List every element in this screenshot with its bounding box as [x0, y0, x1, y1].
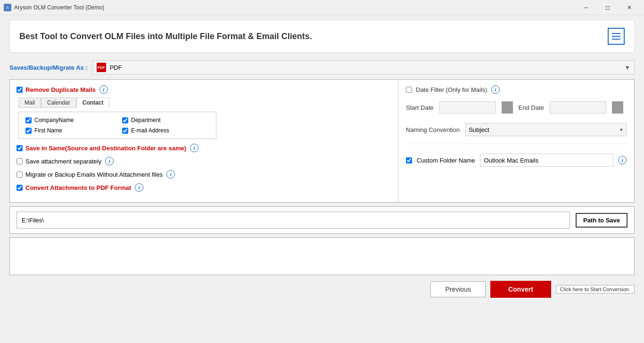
- minimize-button[interactable]: ─: [575, 0, 597, 15]
- first-name-label: First Name: [34, 127, 62, 134]
- end-date-input[interactable]: [550, 101, 606, 114]
- remove-duplicate-section: Remove Duplicate Mails i: [17, 85, 391, 94]
- save-attachment-row: Save attachment separately i: [17, 157, 391, 165]
- close-button[interactable]: ✕: [619, 0, 640, 15]
- app-title: Aryson OLM Converter Tool (Demo): [14, 4, 104, 11]
- title-bar-left: A Aryson OLM Converter Tool (Demo): [4, 4, 104, 11]
- migrate-backup-row: Migrate or Backup Emails Without Attachm…: [17, 170, 391, 179]
- remove-duplicate-checkbox-label[interactable]: Remove Duplicate Mails: [17, 86, 96, 93]
- convert-attachments-text: Convert Attachments to PDF Format: [25, 184, 131, 191]
- convert-attachments-row: Convert Attachments to PDF Format i: [17, 183, 391, 192]
- save-attachment-text: Save attachment separately: [25, 158, 101, 165]
- naming-convention-select[interactable]: Subject Date From To: [465, 123, 627, 136]
- field-company-name: CompanyName: [25, 117, 113, 123]
- path-input[interactable]: [17, 212, 570, 229]
- header-banner: Best Tool to Convert OLM Files into Mult…: [9, 20, 635, 53]
- start-date-label: Start Date: [406, 104, 434, 111]
- convert-attachments-checkbox[interactable]: [17, 185, 23, 191]
- bottom-bar: Previous Convert Click here to Start Con…: [9, 279, 635, 300]
- save-attachment-info-icon[interactable]: i: [105, 157, 114, 165]
- custom-folder-row: Custom Folder Name i: [406, 154, 627, 167]
- date-filter-label: Date Filter (Only for Mails): [416, 86, 487, 93]
- left-panel: Remove Duplicate Mails i Mail Calendar C…: [10, 80, 398, 202]
- naming-convention-row: Naming Convention Subject Date From To: [406, 123, 627, 144]
- app-icon: A: [4, 4, 11, 11]
- date-filter-checkbox[interactable]: [406, 87, 412, 93]
- department-checkbox[interactable]: [122, 117, 128, 123]
- title-bar: A Aryson OLM Converter Tool (Demo) ─ ◻ ✕: [0, 0, 644, 15]
- end-date-label: End Date: [519, 104, 544, 111]
- window-controls: ─ ◻ ✕: [575, 0, 640, 15]
- end-date-calendar-button[interactable]: [612, 101, 623, 114]
- restore-button[interactable]: ◻: [597, 0, 619, 15]
- tab-calendar[interactable]: Calendar: [41, 98, 76, 108]
- save-as-label: Saves/Backup/Migrate As :: [9, 64, 88, 71]
- click-here-bar: Click here to Start Conversion.: [556, 285, 635, 294]
- path-to-save-button[interactable]: Path to Save: [576, 213, 627, 228]
- custom-folder-info-icon[interactable]: i: [618, 156, 627, 164]
- date-filter-info-icon[interactable]: i: [491, 85, 500, 94]
- naming-convention-label: Naming Convention: [406, 126, 460, 133]
- save-in-same-text: Save in Same(Source and Destination Fold…: [25, 145, 186, 152]
- migrate-backup-text: Migrate or Backup Emails Without Attachm…: [25, 171, 163, 178]
- migrate-backup-info-icon[interactable]: i: [166, 170, 175, 179]
- convert-attachments-label[interactable]: Convert Attachments to PDF Format: [17, 184, 131, 191]
- save-as-row: Saves/Backup/Migrate As : PDF PDF ▼: [9, 60, 635, 74]
- remove-duplicate-checkbox[interactable]: [17, 87, 23, 93]
- email-address-label: E-mail Address: [131, 127, 169, 134]
- company-name-label: CompanyName: [34, 117, 74, 123]
- tab-contact[interactable]: Contact: [76, 98, 110, 108]
- panels-container: Remove Duplicate Mails i Mail Calendar C…: [9, 79, 635, 203]
- right-panel: Date Filter (Only for Mails) i Start Dat…: [398, 80, 634, 202]
- start-date-calendar-button[interactable]: [502, 101, 513, 114]
- custom-folder-checkbox[interactable]: [406, 157, 412, 163]
- first-name-checkbox[interactable]: [25, 128, 32, 134]
- format-dropdown[interactable]: PDF PDF ▼: [92, 60, 635, 74]
- remove-duplicate-label: Remove Duplicate Mails: [25, 86, 96, 93]
- save-in-same-checkbox[interactable]: [17, 145, 23, 151]
- path-section: Path to Save: [9, 206, 635, 234]
- save-in-same-row: Save in Same(Source and Destination Fold…: [17, 144, 391, 152]
- tab-mail[interactable]: Mail: [18, 98, 41, 108]
- migrate-backup-label[interactable]: Migrate or Backup Emails Without Attachm…: [17, 171, 163, 178]
- contact-fields-box: CompanyName Department First Name E-mail…: [18, 112, 216, 139]
- menu-button[interactable]: [608, 28, 625, 45]
- dropdown-arrow-icon: ▼: [624, 64, 630, 71]
- start-date-input[interactable]: [439, 101, 496, 114]
- selected-format: PDF: [110, 64, 122, 71]
- email-address-checkbox[interactable]: [122, 128, 128, 134]
- format-dropdown-inner: PDF PDF: [97, 63, 624, 72]
- banner-title: Best Tool to Convert OLM Files into Mult…: [19, 32, 312, 41]
- company-name-checkbox[interactable]: [25, 117, 32, 123]
- field-department: Department: [122, 117, 209, 123]
- save-attachment-checkbox[interactable]: [17, 158, 23, 164]
- previous-button[interactable]: Previous: [430, 281, 485, 297]
- custom-folder-label: Custom Folder Name: [417, 157, 475, 164]
- department-label: Department: [131, 117, 161, 123]
- convert-attachments-info-icon[interactable]: i: [135, 183, 143, 192]
- menu-line-1: [612, 33, 620, 34]
- menu-line-3: [612, 39, 620, 40]
- tabs-row: Mail Calendar Contact: [18, 98, 391, 108]
- date-range-row: Start Date End Date: [406, 101, 627, 114]
- field-email-address: E-mail Address: [122, 127, 209, 134]
- field-first-name: First Name: [25, 127, 113, 134]
- save-in-same-label[interactable]: Save in Same(Source and Destination Fold…: [17, 145, 186, 152]
- menu-line-2: [612, 36, 620, 37]
- remove-duplicate-info-icon[interactable]: i: [99, 85, 108, 94]
- custom-folder-input[interactable]: [480, 154, 613, 167]
- save-in-same-info-icon[interactable]: i: [190, 144, 198, 152]
- date-filter-row: Date Filter (Only for Mails) i: [406, 85, 627, 94]
- log-area: [9, 237, 635, 275]
- save-attachment-label[interactable]: Save attachment separately: [17, 158, 101, 165]
- pdf-icon: PDF: [97, 63, 106, 72]
- migrate-backup-checkbox[interactable]: [17, 172, 23, 178]
- main-wrapper: Best Tool to Convert OLM Files into Mult…: [0, 15, 644, 304]
- convert-button[interactable]: Convert: [490, 281, 551, 298]
- naming-select-wrapper: Subject Date From To: [465, 123, 627, 136]
